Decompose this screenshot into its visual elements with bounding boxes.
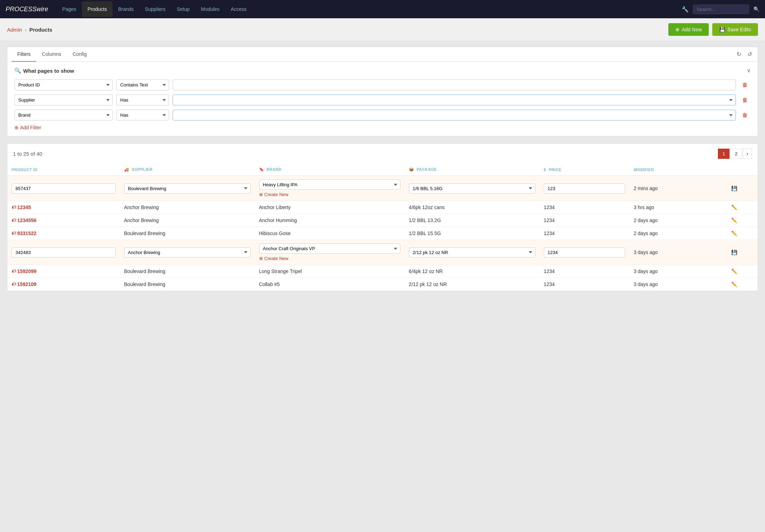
row-edit-icon-9331522[interactable]: ✏️: [731, 231, 737, 236]
filter-delete-1[interactable]: 🗑: [739, 80, 751, 90]
search-icon[interactable]: 🔍: [753, 6, 759, 12]
product-icon: 🏷: [12, 218, 16, 223]
save-edits-button[interactable]: 💾 Save Edits: [712, 23, 758, 36]
price-input-2[interactable]: [544, 247, 625, 258]
refresh-icon[interactable]: ↻: [735, 50, 742, 59]
th-product-id: PRODUCT ID: [7, 164, 120, 176]
filter-tab-icons: ↻ ↺: [735, 50, 753, 59]
cell-supplier: Boulevard Brewing: [120, 265, 255, 278]
add-filter-button[interactable]: ⊕ Add Filter: [14, 125, 41, 130]
brand-select-2[interactable]: Anchor Craft Originals VP Anchor Liberty: [259, 244, 400, 254]
cell-brand: Heavy Lifting IPA Anchor Liberty ⊕ Creat…: [255, 176, 405, 201]
nav-pages[interactable]: Pages: [57, 1, 82, 17]
th-package: 📦 PACKAGE: [405, 164, 540, 176]
cell-product-id: [7, 176, 120, 201]
price-input-1[interactable]: [544, 183, 625, 194]
add-new-button[interactable]: ⊕ Add New: [668, 23, 709, 36]
product-id-input-1[interactable]: [12, 183, 116, 194]
nav-access[interactable]: Access: [225, 1, 252, 17]
product-link-1592109[interactable]: 🏷1592109: [12, 281, 116, 287]
nav-modules[interactable]: Modules: [195, 1, 225, 17]
table-row: 🏷9331522 Boulevard Brewing Hibiscus Gose…: [7, 227, 758, 240]
cell-price: 1234: [540, 265, 630, 278]
tab-columns[interactable]: Columns: [36, 47, 67, 62]
wrench-icon[interactable]: 🔧: [682, 6, 689, 13]
filter-op-2[interactable]: Has Contains Text Equals: [116, 95, 169, 105]
product-link-9331522[interactable]: 🏷9331522: [12, 231, 116, 236]
package-select-1[interactable]: 1/6 BBL 5.16G 1/2 BBL 13.2G: [409, 183, 535, 194]
row-save-icon-2[interactable]: 💾: [731, 249, 737, 255]
breadcrumb-current: Products: [30, 27, 52, 33]
cell-brand: Hibiscus Gose: [255, 227, 405, 240]
cell-price: 1234: [540, 201, 630, 214]
filter-op-3[interactable]: Has Contains Text Equals: [116, 110, 169, 121]
cell-action: 💾: [727, 240, 758, 265]
filter-delete-3[interactable]: 🗑: [739, 111, 751, 120]
filter-field-2[interactable]: Supplier Product ID Brand: [14, 95, 113, 105]
cell-brand: Anchor Liberty: [255, 201, 405, 214]
nav-suppliers[interactable]: Suppliers: [139, 1, 171, 17]
nav-products[interactable]: Products: [82, 1, 112, 17]
cell-supplier: Boulevard Brewing: [120, 278, 255, 291]
page-2-button[interactable]: 2: [730, 149, 742, 159]
th-modified: MODIFIED: [629, 164, 727, 176]
brand-select-1[interactable]: Heavy Lifting IPA Anchor Liberty: [259, 180, 400, 190]
tab-config[interactable]: Config: [67, 47, 92, 62]
cell-package: 1/6 BBL 5.16G 1/2 BBL 13.2G: [405, 176, 540, 201]
row-edit-icon-12345[interactable]: ✏️: [731, 205, 737, 210]
th-supplier: 🚚 SUPPLIER: [120, 164, 255, 176]
supplier-select-1[interactable]: Boulevard Brewing Anchor Brewing: [124, 183, 251, 194]
cell-action: 💾: [727, 176, 758, 201]
search-input[interactable]: [693, 5, 749, 14]
nav-tools: 🔧 🔍: [682, 5, 759, 14]
cell-supplier: Boulevard Brewing: [120, 227, 255, 240]
tab-filters[interactable]: Filters: [12, 47, 36, 62]
cell-modified: 2 days ago: [629, 214, 727, 227]
cell-modified: 2 days ago: [629, 227, 727, 240]
nav-setup[interactable]: Setup: [171, 1, 195, 17]
filter-field-1[interactable]: Product ID Supplier Brand Package Price: [14, 79, 113, 90]
row-edit-icon-1234556[interactable]: ✏️: [731, 218, 737, 223]
cell-package: 2/12 pk 12 oz NR 1/6 BBL 5.16G: [405, 240, 540, 265]
breadcrumb-admin[interactable]: Admin: [7, 27, 22, 33]
cell-supplier: Anchor Brewing Boulevard Brewing: [120, 240, 255, 265]
cell-brand: Long Strange Tripel: [255, 265, 405, 278]
breadcrumb: Admin › Products: [7, 27, 52, 33]
nav-brands[interactable]: Brands: [112, 1, 139, 17]
create-new-brand-1[interactable]: ⊕ Create New: [259, 192, 400, 197]
filter-row-supplier: Supplier Product ID Brand Has Contains T…: [14, 95, 751, 105]
cell-action: ✏️: [727, 265, 758, 278]
package-select-2[interactable]: 2/12 pk 12 oz NR 1/6 BBL 5.16G: [409, 247, 535, 258]
product-link-1234556[interactable]: 🏷1234556: [12, 218, 116, 223]
filter-panel: Filters Columns Config ↻ ↺ 🔍 What pages …: [7, 47, 758, 136]
filter-value-2[interactable]: Anchor Brewing Boulevard Brewing: [173, 95, 736, 105]
table-header-bar: 1 to 25 of 40 1 2 ›: [7, 144, 758, 164]
create-new-brand-2[interactable]: ⊕ Create New: [259, 256, 400, 261]
row-edit-icon-1592109[interactable]: ✏️: [731, 281, 737, 287]
filter-tabs: Filters Columns Config ↻ ↺: [7, 47, 758, 62]
row-edit-icon-1592099[interactable]: ✏️: [731, 268, 737, 274]
product-id-input-2[interactable]: [12, 247, 116, 258]
filter-delete-2[interactable]: 🗑: [739, 96, 751, 105]
filter-value-1[interactable]: [173, 79, 736, 90]
table-row: 🏷12345 Anchor Brewing Anchor Liberty 4/6…: [7, 201, 758, 214]
cell-product-id: [7, 240, 120, 265]
undo-icon[interactable]: ↺: [746, 50, 753, 59]
collapse-icon[interactable]: ∨: [747, 67, 751, 74]
filter-field-3[interactable]: Brand Product ID Supplier: [14, 110, 113, 121]
cell-price: 1234: [540, 214, 630, 227]
product-link-1592099[interactable]: 🏷1592099: [12, 268, 116, 274]
page-1-button[interactable]: 1: [718, 149, 729, 159]
row-save-icon-1[interactable]: 💾: [731, 186, 737, 191]
product-link-12345[interactable]: 🏷12345: [12, 205, 116, 210]
save-icon: 💾: [719, 27, 725, 32]
cell-brand: Collab #5: [255, 278, 405, 291]
supplier-select-2[interactable]: Anchor Brewing Boulevard Brewing: [124, 247, 251, 258]
cell-modified: 3 days ago: [629, 265, 727, 278]
th-actions: [727, 164, 758, 176]
header-bar: Admin › Products ⊕ Add New 💾 Save Edits: [0, 18, 765, 41]
filter-op-1[interactable]: Contains Text Has Equals: [116, 79, 169, 90]
product-icon: 🏷: [12, 282, 16, 287]
page-next-button[interactable]: ›: [743, 149, 752, 159]
filter-value-3[interactable]: Anchor Liberty Heavy Lifting IPA: [173, 110, 736, 121]
